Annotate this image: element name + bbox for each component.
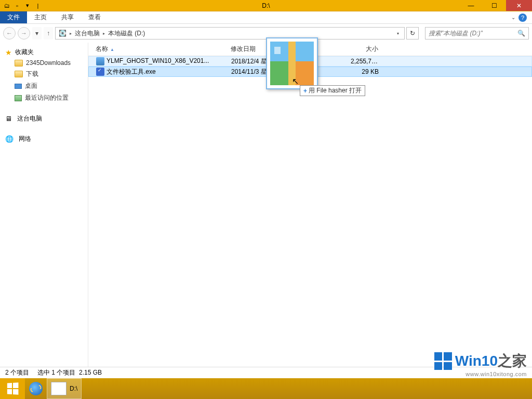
app-icon: 🗂 [2,1,11,10]
forward-button[interactable]: → [18,27,30,39]
window-title: D:\ [262,2,270,9]
tab-view[interactable]: 查看 [81,11,108,23]
chevron-right-icon[interactable]: ▸ [68,31,74,36]
sidebar-item-recent[interactable]: 最近访问的位置 [0,92,88,104]
address-dropdown-icon[interactable]: ▾ [394,31,402,36]
cursor-icon: ↖ [292,76,299,86]
minimize-button[interactable]: — [459,0,483,11]
col-size[interactable]: 大小 [346,45,382,54]
close-button[interactable]: ✕ [506,0,532,11]
taskbar-explorer[interactable]: D:\ [47,378,82,399]
windows-logo-icon [7,382,19,394]
up-button[interactable]: ↑ [44,27,53,39]
back-button[interactable]: ← [3,27,16,39]
folder-icon [15,71,23,77]
folder-icon [15,60,23,66]
search-input[interactable] [429,30,517,37]
status-bar: 2 个项目 选中 1 个项目 2.15 GB [0,367,532,378]
recent-icon [15,95,22,101]
status-item-count: 2 个项目 [5,368,29,377]
sort-asc-icon: ▲ [110,47,114,52]
tab-share[interactable]: 共享 [54,11,81,23]
window-titlebar: 🗂 ▫ ▾ | D:\ — ☐ ✕ [0,0,532,11]
refresh-button[interactable]: ↻ [406,27,419,39]
desktop-icon [15,84,22,89]
search-box[interactable]: 🔍 [425,27,529,39]
file-list: 名称▲ 修改日期 类型 大小 YLMF_GHOST_WIN10_X86_V201… [88,43,532,367]
favorites-header[interactable]: 收藏夹 [0,47,88,58]
sidebar-item-downloads2[interactable]: 下载 [0,68,88,80]
quick-access-toolbar: 🗂 ▫ ▾ | [0,1,43,10]
navigation-pane: 收藏夹 2345Downloads 下载 桌面 最近访问的位置 这台电脑 网络 [0,43,88,367]
network-header[interactable]: 网络 [0,134,88,144]
start-button[interactable] [0,378,25,399]
chevron-right-icon[interactable]: ▸ [101,31,107,36]
file-tab[interactable]: 文件 [0,11,27,23]
ribbon: 文件 主页 共享 查看 ⌄ ? [0,11,532,24]
recent-dropdown[interactable]: ▾ [32,27,42,39]
drop-tooltip: + 用 File hasher 打开 [300,85,365,96]
maximize-button[interactable]: ☐ [483,0,506,11]
drive-icon: 💽 [58,30,68,37]
explorer-thumb-icon [51,382,66,395]
taskbar-label: D:\ [70,385,77,392]
sidebar-item-desktop[interactable]: 桌面 [0,80,88,92]
window-controls: — ☐ ✕ [459,0,532,11]
col-name[interactable]: 名称▲ [91,45,227,54]
iso-icon [96,57,104,65]
address-bar[interactable]: 💽 ▸ 这台电脑 ▸ 本地磁盘 (D:) ▾ [55,27,405,39]
qat-item[interactable]: ▾ [23,1,32,10]
ribbon-collapse-icon[interactable]: ⌄ [511,15,515,20]
this-pc-header[interactable]: 这台电脑 [0,113,88,124]
help-button[interactable]: ? [518,14,527,22]
exe-icon [96,68,104,76]
sidebar-item-downloads1[interactable]: 2345Downloads [0,58,88,68]
plus-icon: + [303,87,307,95]
breadcrumb-segment[interactable]: 这台电脑 [74,29,101,38]
status-selected: 选中 1 个项目 2.15 GB [37,368,102,377]
breadcrumb-segment[interactable]: 本地磁盘 (D:) [107,29,146,38]
search-icon[interactable]: 🔍 [517,30,525,37]
ie-icon [29,382,43,395]
taskbar-ie[interactable] [25,378,47,399]
tab-home[interactable]: 主页 [27,11,54,23]
qat-divider: | [33,1,43,10]
taskbar: D:\ [0,378,532,399]
qat-item[interactable]: ▫ [12,1,22,10]
